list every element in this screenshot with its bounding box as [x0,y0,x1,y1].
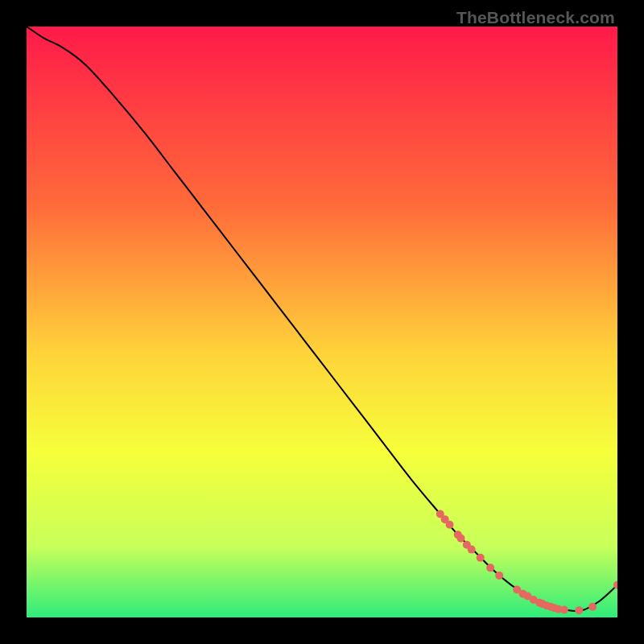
curve-marker [446,521,454,529]
curve-path [27,27,617,611]
plot-area [27,27,617,617]
chart-stage: TheBottleneck.com [0,0,644,644]
curve-marker [495,572,503,580]
curve-marker [477,554,485,562]
curve-marker [456,535,464,543]
curve-markers [436,510,617,615]
curve-marker [575,606,583,614]
curve-marker [468,546,476,554]
watermark-text: TheBottleneck.com [456,8,615,27]
curve-marker [560,605,568,613]
curve-marker [588,603,597,611]
curve-marker [486,564,494,572]
chart-curve-layer [27,27,617,617]
